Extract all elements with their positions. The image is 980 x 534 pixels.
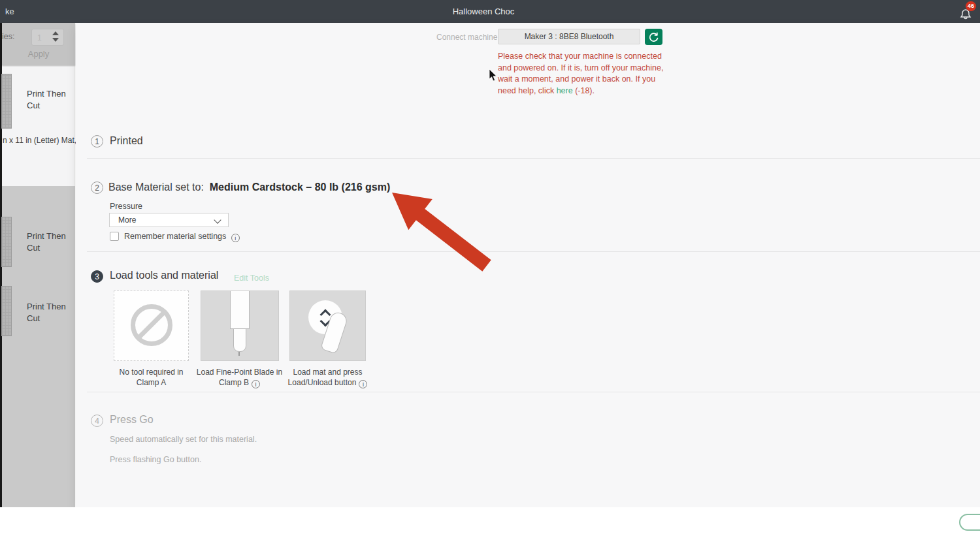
copies-stepper[interactable]: 1 — [31, 29, 64, 46]
step2-number: 2 — [91, 181, 103, 194]
step1-title: Printed — [110, 135, 143, 147]
mat-thumbnail — [1, 286, 12, 336]
top-bar: ke Halloween Choc 46 — [0, 0, 980, 23]
mat-item-label: Print Then Cut — [27, 230, 73, 254]
stepper-up-icon[interactable] — [52, 31, 59, 35]
step1-number: 1 — [91, 135, 103, 148]
chevron-down-icon — [214, 216, 221, 223]
section-divider — [87, 392, 980, 392]
footer-bar — [0, 507, 980, 534]
connection-error-message: Please check that your machine is connec… — [498, 51, 664, 97]
mat-list-selected-group: Print Then Cut Print Then Cut — [2, 186, 75, 507]
notification-badge: 46 — [966, 1, 976, 11]
pressure-label: Pressure — [110, 202, 142, 211]
step2-title: Base Material set to: Medium Cardstock –… — [108, 181, 390, 193]
fine-point-blade-icon — [230, 291, 250, 329]
mat-thumbnail — [1, 217, 12, 267]
pressure-dropdown[interactable]: More — [109, 213, 229, 227]
section-divider — [87, 158, 980, 159]
step4-title: Press Go — [110, 414, 154, 426]
section-divider — [87, 251, 980, 252]
clamp-a-caption: No tool required in Clamp A — [104, 368, 199, 388]
mat-thumbnail — [1, 74, 12, 129]
mat-item-label: Print Then Cut — [27, 301, 73, 324]
mat-item-sublabel: n x 11 in (Letter) Mat, — [3, 136, 76, 145]
help-link[interactable]: here — [557, 86, 573, 95]
step3-title: Load tools and material — [110, 270, 218, 281]
go-button-partial[interactable] — [959, 514, 980, 531]
project-title: Halloween Choc — [0, 7, 967, 16]
stepper-arrows[interactable] — [52, 31, 60, 44]
load-button-tile — [289, 291, 366, 361]
step3-number: 3 — [91, 270, 103, 283]
remember-settings-label: Remember material settings i — [124, 232, 240, 242]
error-code: (-18). — [573, 86, 595, 95]
stepper-down-icon[interactable] — [52, 38, 59, 42]
remember-settings-checkbox[interactable] — [110, 232, 119, 241]
info-icon[interactable]: i — [359, 380, 367, 388]
app-window: ke Halloween Choc 46 ies: 1 Ap — [0, 0, 980, 534]
notifications-button[interactable]: 46 — [955, 1, 976, 22]
connect-machine-label: Connect machine — [436, 33, 497, 42]
clamp-b-tile — [201, 291, 279, 361]
machine-select-button[interactable]: Maker 3 : 8BE8 Bluetooth — [498, 29, 640, 44]
base-material-label: Base Material set to: — [108, 181, 204, 193]
apply-button[interactable]: Apply — [2, 49, 75, 59]
make-panel: Connect machine Maker 3 : 8BE8 Bluetooth… — [76, 23, 980, 507]
info-icon[interactable]: i — [252, 380, 260, 388]
load-button-caption: Load mat and press Load/Unload buttoni — [280, 368, 375, 388]
copies-panel: ies: 1 Apply — [2, 23, 75, 65]
info-icon[interactable]: i — [231, 234, 240, 242]
selected-material-name: Medium Cardstock – 80 lb (216 gsm) — [210, 181, 391, 193]
clamp-a-tile — [114, 291, 189, 361]
pressure-value: More — [118, 215, 136, 225]
mat-item-label: Print Then Cut — [27, 88, 73, 112]
project-sidebar: ies: 1 Apply Print Then Cut n x 11 in (L… — [2, 23, 75, 507]
no-tool-icon — [131, 304, 172, 346]
copies-label: ies: — [2, 32, 14, 41]
edit-tools-link[interactable]: Edit Tools — [234, 274, 269, 283]
step4-go-note: Press flashing Go button. — [110, 455, 201, 464]
refresh-connection-button[interactable] — [645, 29, 662, 45]
step4-number: 4 — [91, 415, 103, 427]
remember-settings-text: Remember material settings — [124, 232, 226, 241]
clamp-b-caption: Load Fine-Point Blade in Clamp Bi — [192, 368, 287, 388]
copies-value: 1 — [37, 33, 42, 42]
step4-speed-note: Speed automatically set for this materia… — [110, 435, 257, 444]
refresh-icon — [648, 31, 659, 42]
